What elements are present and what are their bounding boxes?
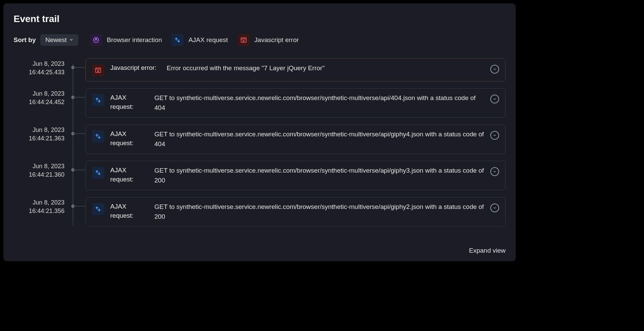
- event-detail: GET to synthetic-multiverse.service.newr…: [154, 202, 484, 221]
- legend-browser-interaction: Browser interaction: [90, 34, 162, 46]
- event-date: Jun 8, 2023: [14, 126, 64, 134]
- controls-row: Sort by Newest Browser interaction AJAX …: [14, 34, 506, 46]
- event-card-body: AJAX request:GET to synthetic-multiverse…: [110, 93, 484, 113]
- sort-select[interactable]: Newest: [40, 34, 78, 46]
- event-detail: GET to synthetic-multiverse.service.newr…: [154, 166, 484, 185]
- timeline-connector: [73, 67, 85, 68]
- event-row: Jun 8, 202316:44:24.452AJAX request:GET …: [14, 88, 506, 118]
- browser-interaction-icon: [90, 34, 102, 46]
- event-date: Jun 8, 2023: [14, 60, 64, 68]
- timeline-connector: [73, 97, 85, 98]
- legend-ajax-label: AJAX request: [188, 36, 228, 44]
- timeline-wrap: Jun 8, 202316:44:25.433Javascript error:…: [14, 58, 506, 254]
- expand-event-button[interactable]: [490, 95, 499, 103]
- event-timestamp: Jun 8, 202316:44:25.433: [14, 58, 64, 77]
- event-timestamp: Jun 8, 202316:44:21.363: [14, 124, 64, 143]
- timeline-connector: [73, 170, 85, 170]
- expand-event-button[interactable]: [490, 65, 499, 74]
- jserr-icon: [92, 64, 104, 76]
- sort-by-label: Sort by: [14, 36, 36, 44]
- event-card-body: AJAX request:GET to synthetic-multiverse…: [110, 130, 484, 149]
- ajax-request-icon: [171, 34, 184, 46]
- svg-rect-5: [96, 68, 101, 72]
- event-type-label: AJAX request:: [110, 130, 144, 148]
- ajax-icon: [92, 203, 104, 215]
- timeline-connector: [73, 206, 85, 207]
- event-timestamp: Jun 8, 202316:44:21.360: [14, 161, 64, 179]
- legend-ajax-request: AJAX request: [171, 34, 228, 46]
- event-card-body: AJAX request:GET to synthetic-multiverse…: [110, 166, 484, 185]
- event-timestamp: Jun 8, 202316:44:21.356: [14, 197, 64, 215]
- event-date: Jun 8, 2023: [14, 90, 64, 98]
- event-type-label: Javascript error:: [110, 63, 156, 73]
- timeline-connector: [73, 133, 85, 134]
- panel-title: Event trail: [14, 14, 506, 24]
- event-time: 16:44:21.360: [14, 171, 64, 179]
- event-timestamp: Jun 8, 202316:44:24.452: [14, 88, 64, 106]
- event-time: 16:44:25.433: [14, 68, 64, 77]
- event-type-label: AJAX request:: [110, 202, 144, 220]
- event-detail: GET to synthetic-multiverse.service.newr…: [154, 93, 484, 113]
- event-time: 16:44:21.363: [14, 134, 64, 143]
- event-row: Jun 8, 202316:44:25.433Javascript error:…: [14, 58, 506, 81]
- chevron-down-icon: [69, 36, 74, 44]
- event-row: Jun 8, 202316:44:21.363AJAX request:GET …: [14, 124, 506, 154]
- legend-jserr-label: Javascript error: [254, 36, 299, 44]
- ajax-icon: [92, 130, 104, 142]
- event-trail-panel: Event trail Sort by Newest Browser inter…: [3, 3, 516, 261]
- event-date: Jun 8, 2023: [14, 162, 64, 171]
- expand-view-link[interactable]: Expand view: [469, 247, 506, 254]
- event-time: 16:44:21.356: [14, 207, 64, 215]
- event-row: Jun 8, 202316:44:21.356AJAX request:GET …: [14, 197, 506, 227]
- event-card[interactable]: AJAX request:GET to synthetic-multiverse…: [86, 124, 506, 154]
- event-type-label: AJAX request:: [110, 166, 144, 184]
- event-card-body: Javascript error:Error occurred with the…: [110, 63, 484, 73]
- event-row: Jun 8, 202316:44:21.360AJAX request:GET …: [14, 161, 506, 190]
- expand-event-button[interactable]: [490, 167, 499, 176]
- event-detail: GET to synthetic-multiverse.service.newr…: [154, 130, 484, 149]
- event-detail: Error occurred with the message "7 Layer…: [167, 63, 484, 73]
- event-card[interactable]: AJAX request:GET to synthetic-multiverse…: [86, 161, 506, 190]
- legend-browser-label: Browser interaction: [107, 36, 162, 44]
- svg-rect-1: [241, 38, 246, 42]
- event-date: Jun 8, 2023: [14, 198, 64, 207]
- event-card[interactable]: AJAX request:GET to synthetic-multiverse…: [86, 197, 506, 227]
- ajax-icon: [92, 94, 104, 106]
- sort-select-value: Newest: [45, 36, 67, 44]
- expand-event-button[interactable]: [490, 203, 499, 212]
- event-card-body: AJAX request:GET to synthetic-multiverse…: [110, 202, 484, 221]
- ajax-icon: [92, 167, 104, 179]
- event-card[interactable]: Javascript error:Error occurred with the…: [86, 58, 506, 81]
- event-time: 16:44:24.452: [14, 98, 64, 106]
- legend-js-error: Javascript error: [238, 34, 299, 46]
- js-error-icon: [238, 34, 250, 46]
- timeline: Jun 8, 202316:44:25.433Javascript error:…: [14, 58, 506, 227]
- expand-event-button[interactable]: [490, 131, 499, 140]
- event-card[interactable]: AJAX request:GET to synthetic-multiverse…: [86, 88, 506, 118]
- event-type-label: AJAX request:: [110, 93, 144, 111]
